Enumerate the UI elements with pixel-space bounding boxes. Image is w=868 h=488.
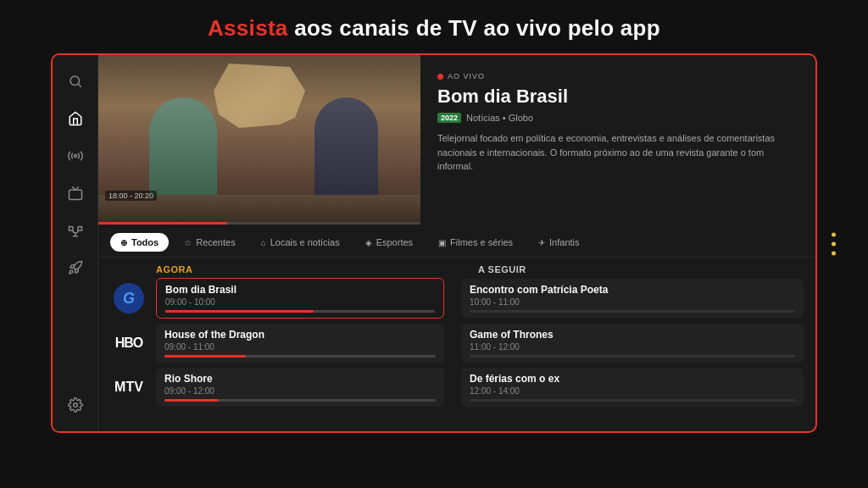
page-header: Assista aos canais de TV ao vivo pelo ap… bbox=[0, 0, 868, 53]
hbo-logo: HBO bbox=[110, 328, 147, 358]
globo-now-progress bbox=[165, 310, 435, 313]
video-progress-fill bbox=[98, 222, 227, 225]
tab-locais-label: Locais e notícias bbox=[270, 237, 340, 247]
tab-todos-icon: ⊕ bbox=[120, 238, 127, 247]
tab-todos-label: Todos bbox=[131, 237, 159, 247]
globo-logo: G bbox=[110, 283, 147, 313]
header-rest: aos canais de TV ao vivo pelo app bbox=[288, 15, 660, 41]
video-area[interactable]: 18:00 - 20:20 bbox=[98, 55, 420, 225]
svg-point-2 bbox=[74, 155, 76, 158]
dot-2 bbox=[832, 242, 836, 247]
hbo-next[interactable]: Game of Thrones 11:00 - 12:00 bbox=[461, 324, 804, 363]
sidebar bbox=[53, 55, 98, 431]
live-icon[interactable] bbox=[66, 147, 85, 165]
globo-next-progress bbox=[470, 310, 795, 313]
globo-progress-fill bbox=[165, 310, 314, 313]
channel-rows: G Bom dia Brasil 09:00 - 10:00 Encontro … bbox=[98, 278, 815, 431]
meta-badge: 2022 bbox=[437, 113, 461, 123]
mtv-progress-fill bbox=[164, 399, 219, 402]
main-container: 18:00 - 20:20 AO VIVO Bom dia Brasil 202… bbox=[51, 53, 817, 433]
globo-now[interactable]: Bom dia Brasil 09:00 - 10:00 bbox=[156, 278, 444, 319]
tab-esportes-icon: ◈ bbox=[365, 238, 372, 247]
show-category: Notícias • Globo bbox=[466, 113, 533, 123]
channel-row: G Bom dia Brasil 09:00 - 10:00 Encontro … bbox=[110, 278, 804, 319]
side-dots bbox=[832, 233, 836, 256]
mtv-logo: MTV bbox=[110, 372, 147, 402]
video-progress-bar bbox=[98, 222, 420, 225]
mtv-now[interactable]: Rio Shore 09:00 - 12:00 bbox=[156, 368, 444, 407]
mtv-next[interactable]: De férias com o ex 12:00 - 14:00 bbox=[461, 368, 804, 407]
mtv-now-progress bbox=[164, 399, 436, 402]
tab-todos[interactable]: ⊕ Todos bbox=[110, 233, 169, 252]
agora-header: AGORA bbox=[156, 264, 478, 274]
home-icon[interactable] bbox=[66, 109, 85, 128]
tab-recentes-icon: ☆ bbox=[184, 238, 192, 247]
tab-esportes[interactable]: ◈ Esportes bbox=[355, 233, 423, 252]
mtv-next-time: 12:00 - 14:00 bbox=[470, 386, 795, 396]
hbo-now-time: 09:00 - 11:00 bbox=[164, 342, 436, 352]
tab-infantis-label: Infantis bbox=[549, 237, 579, 247]
show-description: Telejornal focado em política e economia… bbox=[437, 131, 798, 174]
top-section: 18:00 - 20:20 AO VIVO Bom dia Brasil 202… bbox=[98, 55, 815, 225]
tv-icon[interactable] bbox=[66, 184, 85, 202]
tab-filmes-label: Filmes e séries bbox=[450, 237, 513, 247]
video-time-label: 18:00 - 20:20 bbox=[105, 191, 157, 201]
channel-list: AGORA A SEGUIR G Bom dia Brasil 09:00 - … bbox=[98, 258, 815, 431]
tab-infantis[interactable]: ✈ Infantis bbox=[528, 233, 589, 252]
channel-row: HBO House of the Dragon 09:00 - 11:00 Ga… bbox=[110, 324, 804, 363]
hbo-now-title: House of the Dragon bbox=[164, 329, 436, 341]
live-dot bbox=[437, 74, 443, 80]
channel-row: MTV Rio Shore 09:00 - 12:00 De férias co… bbox=[110, 368, 804, 407]
tabs-section: ⊕ Todos ☆ Recentes ⌂ Locais e notícias ◈… bbox=[98, 225, 815, 258]
svg-line-1 bbox=[78, 84, 81, 86]
tab-locais-icon: ⌂ bbox=[261, 238, 266, 247]
svg-rect-3 bbox=[69, 190, 81, 199]
hbo-now-progress bbox=[164, 355, 436, 358]
dot-1 bbox=[832, 233, 836, 237]
hbo-next-title: Game of Thrones bbox=[470, 329, 795, 341]
hbo-progress-fill bbox=[164, 355, 246, 358]
column-headers: AGORA A SEGUIR bbox=[98, 258, 815, 278]
mtv-next-progress bbox=[470, 399, 795, 402]
gear-icon[interactable] bbox=[66, 396, 85, 414]
globo-now-time: 09:00 - 10:00 bbox=[165, 297, 435, 307]
hbo-next-progress bbox=[470, 355, 795, 358]
mtv-now-time: 09:00 - 12:00 bbox=[164, 386, 436, 396]
tab-esportes-label: Esportes bbox=[376, 237, 413, 247]
tab-recentes[interactable]: ☆ Recentes bbox=[174, 233, 245, 252]
show-title: Bom dia Brasil bbox=[437, 86, 798, 108]
globo-now-title: Bom dia Brasil bbox=[165, 284, 435, 296]
show-meta: 2022 Notícias • Globo bbox=[437, 113, 798, 123]
tab-infantis-icon: ✈ bbox=[538, 238, 545, 247]
tab-recentes-label: Recentes bbox=[196, 237, 235, 247]
svg-point-0 bbox=[70, 76, 80, 86]
content-area: 18:00 - 20:20 AO VIVO Bom dia Brasil 202… bbox=[98, 55, 815, 431]
globo-next-title: Encontro com Patrícia Poeta bbox=[470, 284, 795, 296]
hbo-now[interactable]: House of the Dragon 09:00 - 11:00 bbox=[156, 324, 444, 363]
tab-locais[interactable]: ⌂ Locais e notícias bbox=[251, 233, 350, 252]
dot-3 bbox=[832, 252, 836, 256]
svg-point-4 bbox=[73, 403, 77, 408]
tab-filmes[interactable]: ▣ Filmes e séries bbox=[428, 233, 523, 252]
globo-next[interactable]: Encontro com Patrícia Poeta 10:00 - 11:0… bbox=[461, 279, 804, 318]
tab-filmes-icon: ▣ bbox=[438, 238, 446, 247]
trophy-icon[interactable] bbox=[66, 221, 85, 240]
a-seguir-header: A SEGUIR bbox=[478, 264, 526, 274]
mtv-now-title: Rio Shore bbox=[164, 373, 436, 385]
rocket-icon[interactable] bbox=[66, 258, 85, 277]
mtv-next-title: De férias com o ex bbox=[470, 373, 795, 385]
search-icon[interactable] bbox=[66, 72, 85, 91]
globo-next-time: 10:00 - 11:00 bbox=[470, 297, 795, 307]
live-badge: AO VIVO bbox=[437, 72, 798, 80]
info-panel: AO VIVO Bom dia Brasil 2022 Notícias • G… bbox=[420, 55, 815, 225]
hbo-next-time: 11:00 - 12:00 bbox=[470, 342, 795, 352]
header-accent: Assista bbox=[208, 15, 288, 41]
